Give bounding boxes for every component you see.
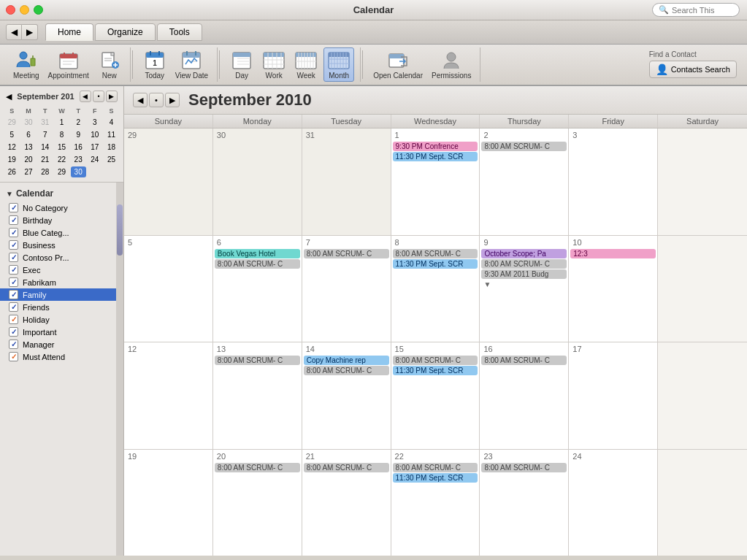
cal-cell-sep20[interactable]: 20 8:00 AM SCRUM- C [213, 450, 302, 556]
cal-cell-sep23[interactable]: 23 8:00 AM SCRUM- C [480, 450, 569, 556]
calendar-event[interactable]: 8:00 AM SCRUM- C [481, 259, 567, 269]
calendar-item-important[interactable]: Important [0, 326, 123, 338]
mini-cal-next[interactable]: ▶ [106, 91, 118, 102]
mini-cal-cell[interactable]: 1 [54, 117, 69, 128]
calendar-event[interactable]: 8:00 AM SCRUM- C [304, 366, 389, 375]
cal-cell-aug29[interactable]: 29 [124, 129, 213, 235]
cal-cell-sep2[interactable]: 2 8:00 AM SCRUM- C [480, 129, 569, 235]
cal-cell-sep14[interactable]: 14 Copy Machine rep 8:00 AM SCRUM- C [302, 342, 391, 449]
tab-home[interactable]: Home [45, 23, 93, 41]
mini-cal-cell[interactable]: 30 [21, 117, 37, 128]
mini-cal-cell[interactable]: 4 [104, 117, 119, 128]
calendar-event[interactable]: 9:30 AM 2011 Budg [481, 269, 567, 279]
mini-cal-back-arrow[interactable]: ◀ [6, 92, 12, 101]
search-input[interactable] [672, 6, 733, 15]
mini-cal-cell[interactable]: 9 [71, 129, 86, 140]
calendar-checkbox-business[interactable] [9, 240, 18, 250]
calendar-item-contoso[interactable]: Contoso Pr... [0, 251, 123, 264]
calendar-checkbox-no-category[interactable] [9, 203, 18, 212]
calendar-checkbox-friends[interactable] [9, 302, 18, 312]
calendar-event[interactable]: 8:00 AM SCRUM- C [393, 356, 478, 365]
calendar-item-blue-category[interactable]: Blue Categ... [0, 226, 123, 239]
calendar-event[interactable]: 8:00 AM SCRUM- C [393, 249, 478, 258]
sidebar-scrollbar-thumb[interactable] [117, 204, 123, 256]
forward-button[interactable]: ▶ [22, 24, 38, 40]
calendar-item-holiday[interactable]: Holiday [0, 313, 123, 326]
cal-cell-sep10[interactable]: 10 12:3 [569, 236, 658, 342]
cal-cell-aug31[interactable]: 31 [302, 129, 391, 235]
contacts-search-button[interactable]: 👤 Contacts Search [649, 61, 737, 78]
calendar-item-manager[interactable]: Manager [0, 338, 123, 350]
calendar-checkbox-important[interactable] [9, 327, 18, 337]
mini-cal-cell[interactable]: 3 [88, 117, 103, 128]
calendar-item-exec[interactable]: Exec [0, 264, 123, 276]
calendar-event[interactable]: 11:30 PM Sept. SCR [393, 366, 478, 375]
calendar-item-fabrikam[interactable]: Fabrikam [0, 276, 123, 288]
mini-cal-cell[interactable]: 25 [104, 154, 119, 165]
calendar-checkbox-contoso[interactable] [9, 253, 18, 262]
mini-cal-cell[interactable]: 18 [104, 142, 119, 153]
mini-cal-cell[interactable]: 14 [37, 142, 53, 153]
cal-cell-sep4[interactable] [658, 129, 747, 235]
calendar-checkbox-fabrikam[interactable] [9, 277, 18, 287]
view-date-button[interactable]: View Date [172, 48, 211, 81]
calendar-event[interactable]: 8:00 AM SCRUM- C [481, 356, 567, 365]
maximize-button[interactable] [34, 5, 43, 15]
cal-next-button[interactable]: ▶ [165, 93, 180, 107]
mini-cal-cell[interactable]: 5 [4, 129, 20, 140]
cal-cell-sep12[interactable]: 12 [124, 342, 213, 449]
cal-cell-sep15[interactable]: 15 8:00 AM SCRUM- C 11:30 PM Sept. SCR [391, 342, 480, 449]
mini-cal-cell[interactable]: 16 [71, 142, 86, 153]
appointment-button[interactable]: Appointment [45, 48, 92, 81]
mini-cal-cell[interactable]: 17 [88, 142, 103, 153]
more-events-indicator[interactable]: ▼ [481, 280, 567, 289]
calendar-item-must-attend[interactable]: Must Attend [0, 350, 123, 363]
calendar-event[interactable]: Copy Machine rep [304, 356, 389, 365]
calendar-checkbox-must-attend[interactable] [9, 352, 18, 361]
mini-cal-cell[interactable]: 27 [21, 166, 37, 177]
cal-cell-sep13[interactable]: 13 8:00 AM SCRUM- C [213, 342, 302, 449]
cal-cell-sep6[interactable]: 6 Book Vegas Hotel 8:00 AM SCRUM- C [213, 236, 302, 342]
mini-cal-cell[interactable]: 8 [54, 129, 69, 140]
calendar-event[interactable]: 9:30 PM Confrence [393, 142, 478, 151]
mini-cal-cell[interactable]: 22 [54, 154, 69, 165]
calendar-item-no-category[interactable]: No Category [0, 202, 123, 214]
day-button[interactable]: Day [227, 48, 256, 81]
mini-cal-cell[interactable]: 28 [37, 166, 53, 177]
mini-cal-cell[interactable]: 21 [37, 154, 53, 165]
cal-cell-sep18[interactable] [658, 342, 747, 449]
calendar-checkbox-blue[interactable] [9, 228, 18, 237]
mini-cal-cell[interactable]: 12 [4, 142, 20, 153]
mini-cal-today[interactable]: • [93, 91, 104, 102]
cal-cell-sep1[interactable]: 1 9:30 PM Confrence 11:30 PM Sept. SCR [391, 129, 480, 235]
calendar-event[interactable]: 8:00 AM SCRUM- C [215, 259, 300, 269]
calendar-checkbox-family[interactable] [9, 290, 18, 299]
calendar-checkbox-holiday[interactable] [9, 315, 18, 324]
mini-cal-cell[interactable]: 15 [54, 142, 69, 153]
new-button[interactable]: New [95, 48, 124, 81]
calendar-checkbox-birthday[interactable] [9, 215, 18, 225]
mini-cal-cell[interactable]: 11 [104, 129, 119, 140]
mini-cal-cell[interactable]: 26 [4, 166, 20, 177]
cal-cell-sep5[interactable]: 5 [124, 236, 213, 342]
cal-cell-sep22[interactable]: 22 8:00 AM SCRUM- C 11:30 PM Sept. SCR [391, 450, 480, 556]
calendar-event[interactable]: 11:30 PM Sept. SCR [393, 473, 478, 483]
calendar-event[interactable]: 8:00 AM SCRUM- C [304, 463, 389, 472]
close-button[interactable] [6, 5, 15, 15]
permissions-button[interactable]: Permissions [429, 48, 474, 81]
calendar-event[interactable]: 12:3 [570, 249, 656, 258]
calendar-event[interactable]: 8:00 AM SCRUM- C [393, 463, 478, 472]
mini-cal-cell[interactable]: 13 [21, 142, 37, 153]
cal-cell-sep25[interactable] [658, 450, 747, 556]
meeting-button[interactable]: Meeting [10, 48, 42, 81]
today-button[interactable]: 1 Today [140, 48, 169, 81]
cal-cell-sep8[interactable]: 8 8:00 AM SCRUM- C 11:30 PM Sept. SCR [391, 236, 480, 342]
calendar-checkbox-exec[interactable] [9, 265, 18, 275]
calendar-event[interactable]: October Scope; Pa [481, 249, 567, 258]
mini-cal-cell[interactable] [104, 166, 119, 177]
cal-cell-sep19[interactable]: 19 [124, 450, 213, 556]
mini-cal-prev[interactable]: ◀ [80, 91, 91, 102]
week-button[interactable]: Week [291, 48, 321, 81]
calendar-event[interactable]: 8:00 AM SCRUM- C [304, 249, 389, 258]
mini-cal-cell[interactable]: 2 [71, 117, 86, 128]
